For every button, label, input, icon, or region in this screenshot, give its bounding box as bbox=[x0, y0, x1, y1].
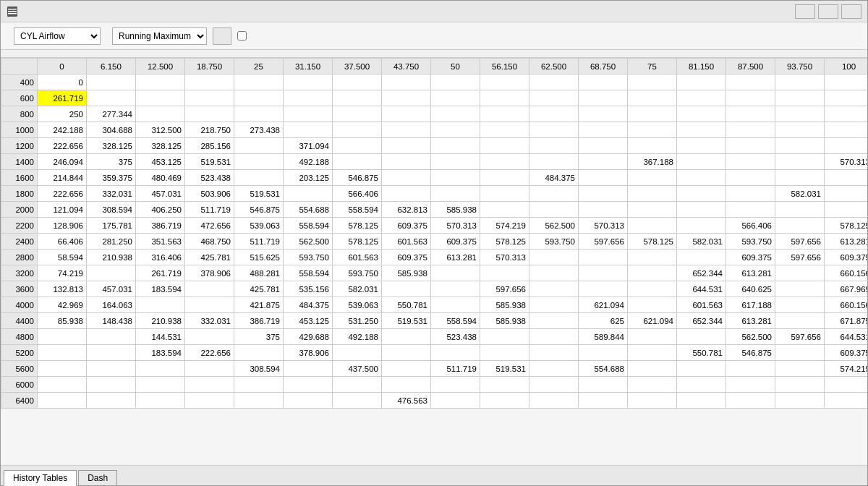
cell-600-12.500 bbox=[136, 90, 185, 106]
cell-400-56.150 bbox=[480, 74, 529, 90]
cell-6400-87.500 bbox=[726, 393, 775, 409]
cell-5600-81.150 bbox=[677, 361, 726, 377]
cell-6400-25 bbox=[234, 393, 284, 409]
row-header-2200: 2200 bbox=[1, 218, 38, 234]
view-select[interactable]: Running Maximum bbox=[112, 27, 207, 45]
table-title bbox=[1, 50, 867, 58]
cell-1800-18.750: 503.906 bbox=[185, 186, 234, 202]
cell-400-75 bbox=[628, 74, 677, 90]
cell-1200-93.750 bbox=[775, 138, 825, 154]
cell-400-68.750 bbox=[579, 74, 628, 90]
row-header-2800: 2800 bbox=[1, 250, 38, 265]
cell-2000-43.750: 632.813 bbox=[382, 202, 431, 218]
cell-4800-75 bbox=[628, 329, 677, 345]
cell-1400-50 bbox=[431, 154, 480, 170]
corner-header bbox=[1, 59, 38, 74]
cell-1600-43.750 bbox=[382, 170, 431, 186]
row-header-2400: 2400 bbox=[1, 234, 38, 250]
cell-4000-56.150: 585.938 bbox=[480, 297, 529, 313]
cell-5600-93.750 bbox=[775, 361, 825, 377]
cell-400-0: 0 bbox=[38, 74, 87, 90]
cell-6000-93.750 bbox=[775, 377, 825, 393]
cell-5200-37.500 bbox=[333, 345, 382, 361]
cell-1400-18.750: 519.531 bbox=[185, 154, 234, 170]
history-table-select[interactable]: CYL Airflow bbox=[14, 27, 101, 45]
cell-2000-68.750 bbox=[579, 202, 628, 218]
cell-2400-37.500: 578.125 bbox=[333, 234, 382, 250]
cell-2800-25: 515.625 bbox=[234, 250, 284, 265]
cell-4000-68.750: 621.094 bbox=[579, 297, 628, 313]
row-header-4000: 4000 bbox=[1, 297, 38, 313]
cell-2000-75 bbox=[628, 202, 677, 218]
cell-400-37.500 bbox=[333, 74, 382, 90]
cell-1400-87.500 bbox=[726, 154, 775, 170]
cell-2200-81.150 bbox=[677, 218, 726, 234]
cell-2200-100: 578.125 bbox=[825, 218, 868, 234]
cell-1400-100: 570.313 bbox=[825, 154, 868, 170]
cell-4800-6.150 bbox=[87, 329, 136, 345]
cell-5600-31.150 bbox=[284, 361, 333, 377]
cell-400-31.150 bbox=[284, 74, 333, 90]
graph-checkbox[interactable] bbox=[237, 31, 247, 40]
cell-400-12.500 bbox=[136, 74, 185, 90]
cell-1600-6.150: 359.375 bbox=[87, 170, 136, 186]
cell-3600-12.500: 183.594 bbox=[136, 281, 185, 297]
table-row: 400042.969164.063421.875484.375539.06355… bbox=[1, 297, 868, 313]
cell-4800-81.150 bbox=[677, 329, 726, 345]
cell-600-87.500 bbox=[726, 90, 775, 106]
cell-1000-68.750 bbox=[579, 122, 628, 138]
cell-5200-56.150 bbox=[480, 345, 529, 361]
cell-600-6.150 bbox=[87, 90, 136, 106]
table-row: 6000 bbox=[1, 377, 868, 393]
tab-history-tables[interactable]: History Tables bbox=[4, 470, 77, 486]
cell-6400-18.750 bbox=[185, 393, 234, 409]
toolbar: CYL Airflow Running Maximum bbox=[1, 22, 867, 50]
cell-5200-12.500: 183.594 bbox=[136, 345, 185, 361]
maximize-button[interactable] bbox=[818, 4, 838, 19]
col-header-25: 25 bbox=[234, 59, 284, 74]
cell-2800-87.500: 609.375 bbox=[726, 250, 775, 265]
cell-4800-43.750 bbox=[382, 329, 431, 345]
cell-2400-6.150: 281.250 bbox=[87, 234, 136, 250]
cell-1200-68.750 bbox=[579, 138, 628, 154]
cell-400-87.500 bbox=[726, 74, 775, 90]
table-row: 1400246.094375453.125519.531492.188367.1… bbox=[1, 154, 868, 170]
cell-1800-81.150 bbox=[677, 186, 726, 202]
cell-5200-50 bbox=[431, 345, 480, 361]
cell-4000-18.750 bbox=[185, 297, 234, 313]
cell-6000-25 bbox=[234, 377, 284, 393]
cell-6400-62.500 bbox=[529, 393, 579, 409]
cell-1400-25 bbox=[234, 154, 284, 170]
cell-1800-62.500 bbox=[529, 186, 579, 202]
data-table: 06.15012.50018.7502531.15037.50043.75050… bbox=[1, 58, 867, 409]
row-header-6000: 6000 bbox=[1, 377, 38, 393]
cell-5600-0 bbox=[38, 361, 87, 377]
cell-800-56.150 bbox=[480, 106, 529, 122]
cell-6400-68.750 bbox=[579, 393, 628, 409]
row-header-1400: 1400 bbox=[1, 154, 38, 170]
row-header-5600: 5600 bbox=[1, 361, 38, 377]
cell-1800-56.150 bbox=[480, 186, 529, 202]
cell-1600-0: 214.844 bbox=[38, 170, 87, 186]
table-row: 600261.719 bbox=[1, 90, 868, 106]
cell-3200-81.150: 652.344 bbox=[677, 265, 726, 281]
cell-5200-18.750: 222.656 bbox=[185, 345, 234, 361]
clear-button[interactable] bbox=[213, 27, 231, 45]
cell-2200-62.500: 562.500 bbox=[529, 218, 579, 234]
cell-3600-87.500: 640.625 bbox=[726, 281, 775, 297]
cell-1800-25: 519.531 bbox=[234, 186, 284, 202]
table-container[interactable]: 06.15012.50018.7502531.15037.50043.75050… bbox=[1, 58, 867, 465]
tab-dash[interactable]: Dash bbox=[78, 470, 117, 485]
cell-3200-12.500: 261.719 bbox=[136, 265, 185, 281]
minimize-button[interactable] bbox=[795, 4, 815, 19]
cell-3600-43.750 bbox=[382, 281, 431, 297]
cell-1200-43.750 bbox=[382, 138, 431, 154]
cell-3600-68.750 bbox=[579, 281, 628, 297]
close-button[interactable] bbox=[841, 4, 861, 19]
cell-800-68.750 bbox=[579, 106, 628, 122]
cell-1200-6.150: 328.125 bbox=[87, 138, 136, 154]
cell-3200-75 bbox=[628, 265, 677, 281]
cell-600-43.750 bbox=[382, 90, 431, 106]
cell-2200-68.750: 570.313 bbox=[579, 218, 628, 234]
col-header-31.150: 31.150 bbox=[284, 59, 333, 74]
